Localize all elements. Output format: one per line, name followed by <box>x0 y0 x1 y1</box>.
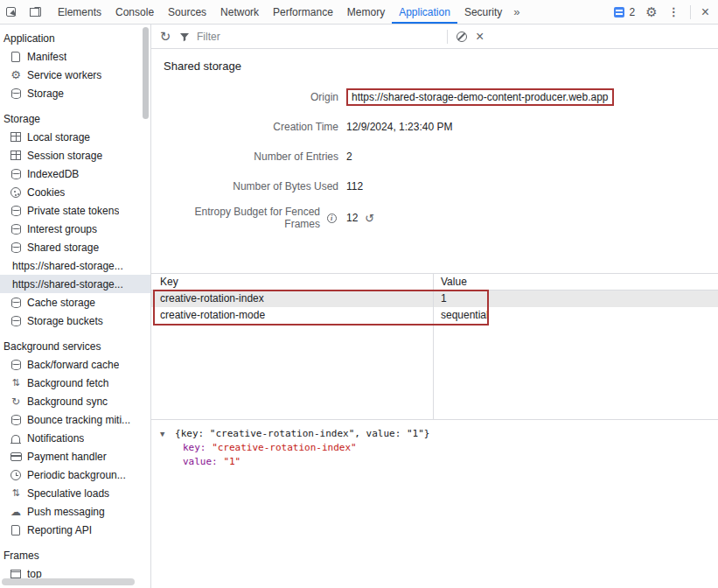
sidebar-item-speculative-loads[interactable]: Speculative loads <box>0 484 150 502</box>
sidebar-item-label: Cookies <box>27 186 65 199</box>
table-icon <box>9 149 23 163</box>
tab-security[interactable]: Security <box>457 0 509 24</box>
close-devtools-icon[interactable] <box>701 5 709 19</box>
sidebar-item-periodic-background-sync[interactable]: Periodic backgroun... <box>0 466 150 484</box>
sidebar-item-local-storage[interactable]: Local storage <box>0 128 150 146</box>
field-origin: Origin https://shared-storage-demo-conte… <box>162 87 718 108</box>
shared-storage-panel: Shared storage Origin https://shared-sto… <box>151 24 718 588</box>
sidebar-item-session-storage[interactable]: Session storage <box>0 146 150 164</box>
more-tabs-chevron-icon[interactable]: » <box>509 0 524 24</box>
settings-gear-icon[interactable] <box>645 5 657 18</box>
inspect-element-icon[interactable] <box>3 5 17 19</box>
property-name: value: <box>183 456 218 467</box>
tab-bar-left-icons <box>3 5 42 19</box>
sidebar-item-back-forward-cache[interactable]: Back/forward cache <box>0 355 150 374</box>
section-title-background-services[interactable]: Background services <box>0 337 150 355</box>
sidebar-item-label: IndexedDB <box>27 168 79 180</box>
sidebar-item-storage-buckets[interactable]: Storage buckets <box>0 312 150 330</box>
field-label: Number of Entries <box>162 150 338 163</box>
sidebar-item-payment-handler[interactable]: Payment handler <box>0 447 150 466</box>
sidebar-item-label: Cache storage <box>27 297 95 309</box>
sidebar-item-background-sync[interactable]: Background sync <box>0 392 150 410</box>
sidebar-item-reporting-api[interactable]: Reporting API <box>0 521 150 539</box>
sidebar-item-label: https://shared-storage... <box>12 260 123 272</box>
panel-toolbar <box>151 24 718 49</box>
sidebar-item-notifications[interactable]: Notifications <box>0 429 150 447</box>
sidebar-item-shared-storage-origin-1[interactable]: https://shared-storage... <box>0 256 150 275</box>
sidebar-item-label: Background sync <box>27 396 108 408</box>
sidebar-item-label: https://shared-storage... <box>12 278 123 290</box>
sidebar-item-label: Storage <box>27 88 64 100</box>
sidebar-item-push-messaging[interactable]: Push messaging <box>0 502 150 521</box>
tab-elements[interactable]: Elements <box>51 0 108 24</box>
sidebar-item-cookies[interactable]: Cookies <box>0 183 150 201</box>
field-value: 12/9/2024, 1:23:40 PM <box>346 121 452 133</box>
clock-icon <box>9 468 23 482</box>
column-header-key: Key <box>151 274 434 290</box>
property-value: "creative-rotation-index" <box>212 442 357 453</box>
clear-block-icon[interactable] <box>455 30 469 44</box>
field-label-text: Entropy Budget for Fenced Frames <box>162 206 320 230</box>
delete-selected-icon[interactable] <box>476 30 484 44</box>
tab-sources[interactable]: Sources <box>161 0 213 24</box>
refresh-icon[interactable] <box>158 30 172 44</box>
sidebar-item-label: Payment handler <box>27 451 107 463</box>
table-icon <box>9 130 23 144</box>
reset-budget-icon[interactable] <box>365 213 374 224</box>
info-icon[interactable] <box>324 211 338 225</box>
sidebar-item-shared-storage[interactable]: Shared storage <box>0 238 150 256</box>
sidebar-item-shared-storage-origin-2-selected[interactable]: https://shared-storage... <box>0 275 150 293</box>
toolbar-divider <box>690 5 691 19</box>
sidebar-item-storage[interactable]: Storage <box>0 84 150 102</box>
filter-input[interactable] <box>195 30 440 44</box>
sidebar-horizontal-scrollbar[interactable] <box>2 578 135 585</box>
sidebar-item-cache-storage[interactable]: Cache storage <box>0 293 150 312</box>
sidebar-item-service-workers[interactable]: Service workers <box>0 66 150 84</box>
sidebar-item-label: Speculative loads <box>27 487 109 500</box>
sidebar-item-bounce-tracking-mitigations[interactable]: Bounce tracking miti... <box>0 410 150 429</box>
preview-property-line: key: "creative-rotation-index" <box>160 441 709 455</box>
service-worker-icon <box>9 68 23 82</box>
sidebar-item-background-fetch[interactable]: Background fetch <box>0 374 150 392</box>
row-key: creative-rotation-mode <box>151 307 434 324</box>
sidebar-section-background-services: Background services Back/forward cache B… <box>0 337 150 539</box>
tab-performance[interactable]: Performance <box>266 0 340 24</box>
row-value: 1 <box>434 290 718 307</box>
sidebar-vertical-scrollbar[interactable] <box>143 27 149 119</box>
row-key: creative-rotation-index <box>151 290 434 307</box>
section-title-application[interactable]: Application <box>0 29 150 47</box>
field-value: 12 <box>346 212 374 224</box>
field-label-text: Number of Entries <box>254 150 338 163</box>
toolbar-divider <box>447 30 448 44</box>
up-down-arrows-icon <box>9 376 23 390</box>
table-row[interactable]: creative-rotation-mode sequential <box>151 307 718 324</box>
tab-console[interactable]: Console <box>108 0 161 24</box>
section-title-frames[interactable]: Frames <box>0 546 150 564</box>
sidebar-item-label: Bounce tracking miti... <box>27 414 130 426</box>
console-messages-badge[interactable]: 2 <box>612 5 636 19</box>
datagrid-header: Key Value <box>151 274 718 290</box>
sidebar-item-manifest[interactable]: Manifest <box>0 47 150 66</box>
metadata-report: Shared storage Origin https://shared-sto… <box>151 49 718 273</box>
section-title-storage[interactable]: Storage <box>0 109 150 128</box>
filter-funnel-icon <box>179 32 190 42</box>
tab-memory[interactable]: Memory <box>340 0 392 24</box>
sidebar-section-frames: Frames top <box>0 546 150 583</box>
devtools-tab-bar: Elements Console Sources Network Perform… <box>0 0 718 24</box>
sidebar-item-indexeddb[interactable]: IndexedDB <box>0 164 150 183</box>
sidebar-section-storage: Storage Local storage Session storage In… <box>0 109 150 330</box>
sidebar-item-private-state-tokens[interactable]: Private state tokens <box>0 201 150 220</box>
annotation-box-origin: https://shared-storage-demo-content-prod… <box>346 88 614 106</box>
field-label-text: Origin <box>310 91 338 103</box>
document-icon <box>9 50 23 64</box>
disclosure-triangle-icon[interactable] <box>160 430 164 438</box>
device-toolbar-icon[interactable] <box>28 5 42 19</box>
table-row[interactable]: creative-rotation-index 1 <box>151 290 718 307</box>
field-label-text: Number of Bytes Used <box>233 180 338 192</box>
sidebar-item-label: Private state tokens <box>27 205 119 217</box>
kebab-menu-icon[interactable] <box>668 6 680 18</box>
tab-application[interactable]: Application <box>392 0 457 24</box>
sidebar-item-interest-groups[interactable]: Interest groups <box>0 220 150 238</box>
cloud-icon <box>9 505 23 519</box>
tab-network[interactable]: Network <box>213 0 266 24</box>
